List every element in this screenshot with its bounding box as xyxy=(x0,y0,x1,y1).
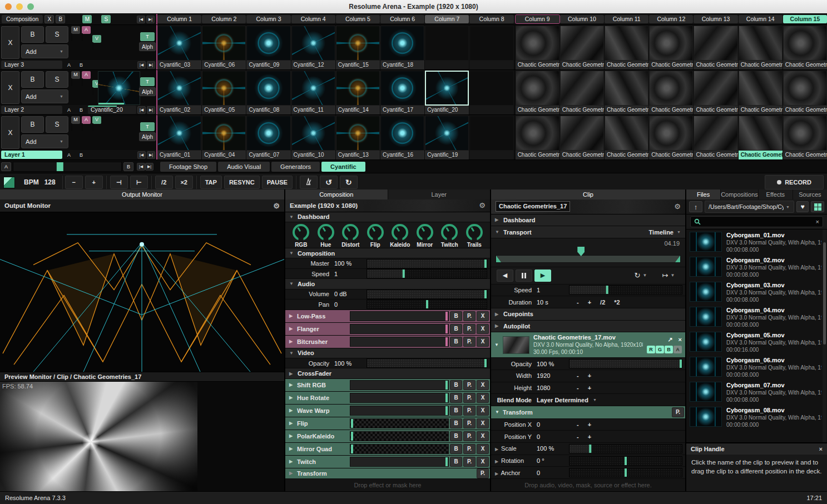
path-select[interactable]: /Users/Bart/Footage/Shop/Cyborgasm ▼ xyxy=(705,201,794,213)
clip-thumbnail[interactable] xyxy=(560,26,604,61)
clip-cell[interactable]: Chaotic Geometri... xyxy=(605,71,648,114)
clip-cell[interactable]: Cyantific_05 xyxy=(202,71,246,114)
clip-thumbnail[interactable] xyxy=(202,26,246,61)
video-effect-row[interactable]: ▶PolarKaleido B P. X xyxy=(285,430,490,443)
posx-decrease[interactable]: - xyxy=(577,421,579,428)
clip-file-info[interactable]: ▼ Chaotic Geometries_17.mov DXV 3.0 Norm… xyxy=(491,332,685,358)
layer-clear-button[interactable]: X xyxy=(1,116,19,149)
clip-cell[interactable]: Cyantific_11 xyxy=(291,71,335,114)
clip-cell[interactable]: Cyantific_12 xyxy=(291,26,335,69)
comp-transform-row[interactable]: ▶Transform P. xyxy=(285,468,490,479)
dashboard-knob[interactable]: Twitch xyxy=(438,224,460,248)
column-header[interactable]: Column 9 xyxy=(516,15,559,23)
master-slider[interactable] xyxy=(367,259,487,268)
effect-remove-button[interactable]: X xyxy=(477,393,489,403)
remove-file-icon[interactable]: × xyxy=(679,336,682,343)
composition-clear-button[interactable]: X xyxy=(44,15,54,23)
volume-slider[interactable] xyxy=(367,290,487,299)
height-decrease[interactable]: - xyxy=(577,385,579,391)
deck-tab[interactable]: Audio Visual xyxy=(218,162,270,172)
next-clip-button[interactable]: ▶| xyxy=(147,151,155,159)
layer-crossfade-a[interactable]: A xyxy=(63,106,75,114)
comp-opacity-value[interactable]: 100 % xyxy=(334,360,367,367)
prev-clip-button[interactable]: |◀ xyxy=(137,106,146,114)
gear-icon[interactable]: ⚙ xyxy=(674,202,681,211)
posx-increase[interactable]: + xyxy=(588,421,591,428)
clip-cell[interactable]: Cyantific_10 xyxy=(291,116,335,159)
transform-param-button[interactable]: P. xyxy=(672,407,684,417)
play-backwards-button[interactable]: ◀ xyxy=(497,270,513,282)
clip-thumbnail[interactable] xyxy=(469,116,513,151)
rotation-slider[interactable] xyxy=(569,456,682,466)
crossfader-b-button[interactable]: B xyxy=(123,162,133,171)
clip-thumbnail[interactable] xyxy=(739,26,783,61)
clip-thumbnail[interactable] xyxy=(202,71,246,106)
anchor-value[interactable]: 0 xyxy=(537,470,569,476)
clip-thumbnail[interactable] xyxy=(157,26,201,61)
dashboard-knob[interactable]: Flip xyxy=(364,224,387,248)
clip-cell[interactable]: Chaotic Geometri... xyxy=(694,71,737,114)
layer-name[interactable]: Layer 3 xyxy=(1,61,62,69)
clip-cell[interactable] xyxy=(469,26,513,69)
dashboard-knob[interactable]: Distort xyxy=(339,224,361,248)
clip-cell[interactable]: Cyantific_07 xyxy=(246,116,290,159)
clip-opacity-value[interactable]: 100 % xyxy=(537,361,569,367)
clip-cell[interactable]: Chaotic Geometri... xyxy=(783,116,827,159)
layer-alpha-select[interactable]: Alph xyxy=(139,42,156,51)
tab-output-monitor[interactable]: Output Monitor xyxy=(0,189,284,199)
clip-thumbnail[interactable] xyxy=(739,116,783,151)
clip-thumbnail[interactable] xyxy=(516,26,559,61)
clip-thumbnail[interactable] xyxy=(380,26,424,61)
effect-bypass-button[interactable]: B xyxy=(450,324,462,334)
pause-button[interactable]: PAUSE xyxy=(262,176,293,189)
duration-value[interactable]: 10 s xyxy=(537,299,569,306)
clip-thumbnail[interactable] xyxy=(157,71,201,106)
play-direction-button[interactable]: ↦▼ xyxy=(657,270,680,282)
clip-cell[interactable]: Cyantific_04 xyxy=(202,116,246,159)
layer-alpha-select[interactable]: Alph xyxy=(139,87,156,96)
effect-slider[interactable] xyxy=(350,418,449,428)
column-header[interactable]: Column 10 xyxy=(560,15,604,23)
layer-crossfade-b[interactable]: B xyxy=(76,151,87,159)
layer-solo-button[interactable]: S xyxy=(46,116,68,133)
video-effect-row[interactable]: ▶Wave Warp B P. X xyxy=(285,405,490,417)
effect-param-button[interactable]: P. xyxy=(463,406,476,416)
clip-thumbnail[interactable] xyxy=(469,26,513,61)
undo-button[interactable]: ↺ xyxy=(320,176,338,189)
clip-thumbnail[interactable] xyxy=(425,71,469,106)
clip-thumbnail[interactable] xyxy=(202,116,246,151)
effect-param-button[interactable]: P. xyxy=(463,431,476,441)
height-increase[interactable]: + xyxy=(588,385,591,391)
favorite-icon[interactable]: ♥ xyxy=(796,201,809,212)
layer-active-clip-preview[interactable] xyxy=(98,71,140,105)
effect-remove-button[interactable]: X xyxy=(477,324,489,334)
posy-decrease[interactable]: - xyxy=(577,433,579,440)
tab-compositions[interactable]: Compositions xyxy=(721,189,758,199)
section-crossfader[interactable]: ▶CrossFader xyxy=(285,368,490,378)
section-cuepoints[interactable]: ▶Cuepoints xyxy=(491,308,685,321)
clip-cell[interactable]: Chaotic Geometri... xyxy=(516,116,559,159)
clip-cell[interactable]: Chaotic Geometri... xyxy=(560,71,604,114)
dashboard-knob[interactable]: Trails xyxy=(463,224,486,248)
audio-effect-row[interactable]: ▶Bitcrusher B P. X xyxy=(285,336,490,348)
clip-thumbnail[interactable] xyxy=(605,71,648,106)
knob-dial[interactable] xyxy=(441,224,458,241)
clip-cell[interactable]: Chaotic Geometri... xyxy=(516,71,559,114)
layer-video-fader[interactable]: V xyxy=(92,116,101,149)
effect-remove-button[interactable]: X xyxy=(477,337,489,347)
channel-toggle-b[interactable]: B xyxy=(665,346,673,353)
layer-alpha-select[interactable]: Alph xyxy=(139,132,156,141)
audio-effect-row[interactable]: ▶Low-Pass B P. X xyxy=(285,310,490,323)
clip-thumbnail[interactable] xyxy=(516,71,559,106)
section-clip-dashboard[interactable]: ▶Dashboard xyxy=(491,214,685,227)
clip-cell[interactable]: Cyantific_19 xyxy=(425,116,469,159)
clip-cell[interactable]: Cyantific_14 xyxy=(336,71,380,114)
next-clip-button[interactable]: ▶| xyxy=(147,106,155,114)
effect-param-button[interactable]: P. xyxy=(463,380,476,390)
knob-dial[interactable] xyxy=(342,224,359,241)
effect-slider[interactable] xyxy=(350,380,449,390)
clip-thumbnail[interactable] xyxy=(783,71,827,106)
knob-dial[interactable] xyxy=(318,224,334,241)
video-effect-row[interactable]: ▶Shift RGB B P. X xyxy=(285,379,490,392)
file-item[interactable]: Cyborgasm_03.mov DXV 3.0 Normal Quality,… xyxy=(690,282,821,303)
